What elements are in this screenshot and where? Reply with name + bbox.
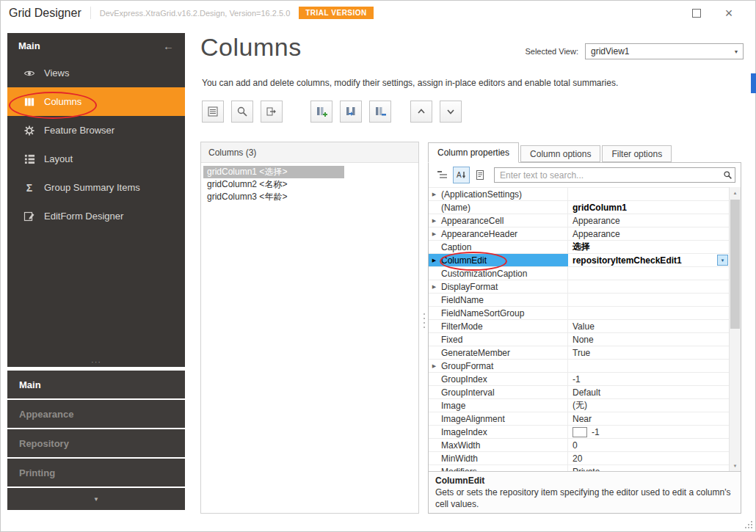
property-value[interactable]: 选择 bbox=[568, 241, 729, 253]
sidebar-item-feature-browser[interactable]: Feature Browser bbox=[7, 116, 185, 145]
property-name[interactable]: Caption bbox=[440, 241, 568, 253]
property-name[interactable]: GroupInterval bbox=[440, 386, 568, 398]
property-name[interactable]: CustomizationCaption bbox=[440, 267, 568, 280]
column-list-item[interactable]: gridColumn1 <选择> bbox=[203, 166, 344, 178]
close-button[interactable]: × bbox=[721, 5, 737, 21]
property-row[interactable]: ▶CustomizationCaption bbox=[429, 267, 729, 280]
sidebar-item-columns[interactable]: Columns bbox=[7, 87, 185, 116]
property-value[interactable]: gridColumn1 bbox=[568, 201, 729, 214]
property-value[interactable]: -1 bbox=[568, 373, 729, 385]
property-row[interactable]: ▶MaxWidth0 bbox=[429, 439, 729, 452]
property-name[interactable]: AppearanceHeader bbox=[440, 227, 568, 240]
scroll-down-icon[interactable]: ▼ bbox=[730, 460, 741, 471]
property-name[interactable]: DisplayFormat bbox=[440, 280, 568, 293]
property-value[interactable]: 0 bbox=[568, 439, 729, 451]
collapse-arrow-icon[interactable]: ← bbox=[163, 40, 174, 52]
show-column-list-button[interactable] bbox=[202, 101, 224, 123]
expand-arrow-icon[interactable]: ▶ bbox=[429, 188, 440, 200]
property-name[interactable]: (Name) bbox=[440, 201, 568, 214]
search-icon[interactable] bbox=[723, 170, 733, 183]
insert-column-button[interactable] bbox=[340, 101, 362, 123]
property-name[interactable]: ImageAlignment bbox=[440, 412, 568, 425]
property-value[interactable]: Value bbox=[568, 320, 729, 332]
property-row[interactable]: ▶GenerateMemberTrue bbox=[429, 346, 729, 360]
accordion-item-printing[interactable]: Printing bbox=[7, 459, 185, 487]
expand-arrow-icon[interactable]: ▶ bbox=[429, 280, 440, 293]
alphabetical-sort-button[interactable]: A bbox=[453, 167, 470, 183]
property-search-input[interactable] bbox=[494, 167, 735, 183]
property-name[interactable]: MaxWidth bbox=[440, 439, 568, 451]
property-value[interactable]: Appearance bbox=[568, 214, 729, 227]
property-row[interactable]: ▶AppearanceCellAppearance bbox=[429, 214, 729, 227]
property-row[interactable]: ▶ImageIndex-1 bbox=[429, 426, 729, 439]
accordion-item-repository[interactable]: Repository bbox=[7, 429, 185, 457]
property-name[interactable]: FilterMode bbox=[440, 320, 568, 332]
property-value[interactable] bbox=[568, 307, 729, 319]
property-value[interactable]: Near bbox=[568, 412, 729, 425]
property-value[interactable]: 20 bbox=[568, 452, 729, 464]
categorized-view-button[interactable] bbox=[434, 167, 451, 183]
property-value[interactable]: Appearance bbox=[568, 227, 729, 240]
expand-arrow-icon[interactable]: ▶ bbox=[429, 227, 440, 240]
expand-arrow-icon[interactable]: ▶ bbox=[429, 254, 440, 266]
property-value[interactable] bbox=[568, 360, 729, 372]
accordion-item-main[interactable]: Main bbox=[7, 371, 185, 398]
property-row[interactable]: ▶ImageAlignmentNear bbox=[429, 412, 729, 426]
scrollbar-thumb[interactable] bbox=[730, 200, 740, 329]
property-row-selected[interactable]: ▶ColumnEditrepositoryItemCheckEdit1▼ bbox=[429, 254, 729, 267]
property-value[interactable] bbox=[568, 294, 729, 306]
property-name[interactable]: AppearanceCell bbox=[440, 214, 568, 227]
property-row[interactable]: ▶(ApplicationSettings) bbox=[429, 188, 729, 201]
sidebar-item-views[interactable]: Views bbox=[7, 59, 185, 87]
property-name[interactable]: FieldNameSortGroup bbox=[440, 307, 568, 319]
tab-filter-options[interactable]: Filter options bbox=[602, 145, 672, 162]
sidebar-item-group-summary-items[interactable]: Σ Group Summary Items bbox=[7, 173, 185, 202]
property-name[interactable]: GroupIndex bbox=[440, 373, 568, 385]
tab-column-properties[interactable]: Column properties bbox=[428, 142, 519, 163]
property-row[interactable]: ▶AppearanceHeaderAppearance bbox=[429, 227, 729, 241]
property-name[interactable]: ImageIndex bbox=[440, 426, 568, 438]
property-value[interactable]: None bbox=[568, 333, 729, 346]
panel-splitter[interactable] bbox=[422, 313, 426, 349]
add-column-button[interactable] bbox=[310, 101, 332, 123]
property-name[interactable]: Fixed bbox=[440, 333, 568, 346]
property-row[interactable]: ▶DisplayFormat bbox=[429, 280, 729, 294]
column-list-item[interactable]: gridColumn2 <名称> bbox=[203, 178, 344, 191]
property-value[interactable]: Default bbox=[568, 386, 729, 398]
property-row[interactable]: ▶FixedNone bbox=[429, 333, 729, 346]
expand-arrow-icon[interactable]: ▶ bbox=[429, 360, 440, 372]
scroll-up-icon[interactable]: ▲ bbox=[730, 187, 741, 198]
property-row[interactable]: ▶FilterModeValue bbox=[429, 320, 729, 333]
property-value[interactable]: True bbox=[568, 346, 729, 359]
property-value[interactable] bbox=[568, 188, 729, 200]
accordion-item-appearance[interactable]: Appearance bbox=[7, 400, 185, 428]
property-row[interactable]: ▶GroupIntervalDefault bbox=[429, 386, 729, 399]
property-row[interactable]: ▶MinWidth20 bbox=[429, 452, 729, 465]
expand-arrow-icon[interactable]: ▶ bbox=[429, 214, 440, 227]
sidebar-item-editform-designer[interactable]: EditForm Designer bbox=[7, 202, 185, 230]
accordion-expand-button[interactable]: ▼ bbox=[7, 488, 185, 510]
tab-column-options[interactable]: Column options bbox=[520, 145, 600, 162]
find-column-button[interactable] bbox=[231, 101, 253, 123]
resize-grip[interactable] bbox=[744, 520, 754, 530]
property-value[interactable]: -1 bbox=[568, 426, 729, 438]
property-name[interactable]: (ApplicationSettings) bbox=[440, 188, 568, 200]
combo-dropdown-button[interactable]: ▼ bbox=[717, 255, 728, 266]
property-row[interactable]: ▶(Name)gridColumn1 bbox=[429, 201, 729, 214]
remove-column-button[interactable] bbox=[369, 101, 391, 123]
move-up-button[interactable] bbox=[410, 101, 432, 123]
sidebar-splitter-handle[interactable]: ··· bbox=[7, 357, 185, 366]
sidebar-item-layout[interactable]: Layout bbox=[7, 145, 185, 173]
property-row[interactable]: ▶FieldNameSortGroup bbox=[429, 307, 729, 320]
property-name[interactable]: ColumnEdit bbox=[440, 254, 568, 266]
property-name[interactable]: GenerateMember bbox=[440, 346, 568, 359]
property-name[interactable]: GroupFormat bbox=[440, 360, 568, 372]
property-value[interactable] bbox=[568, 267, 729, 280]
move-down-button[interactable] bbox=[440, 101, 462, 123]
property-row[interactable]: ▶ModifiersPrivate bbox=[429, 465, 729, 471]
property-value[interactable]: repositoryItemCheckEdit1▼ bbox=[568, 254, 729, 266]
property-value[interactable]: Private bbox=[568, 465, 729, 471]
property-name[interactable]: FieldName bbox=[440, 294, 568, 306]
property-name[interactable]: Modifiers bbox=[440, 465, 568, 471]
retrieve-fields-button[interactable] bbox=[261, 101, 283, 123]
